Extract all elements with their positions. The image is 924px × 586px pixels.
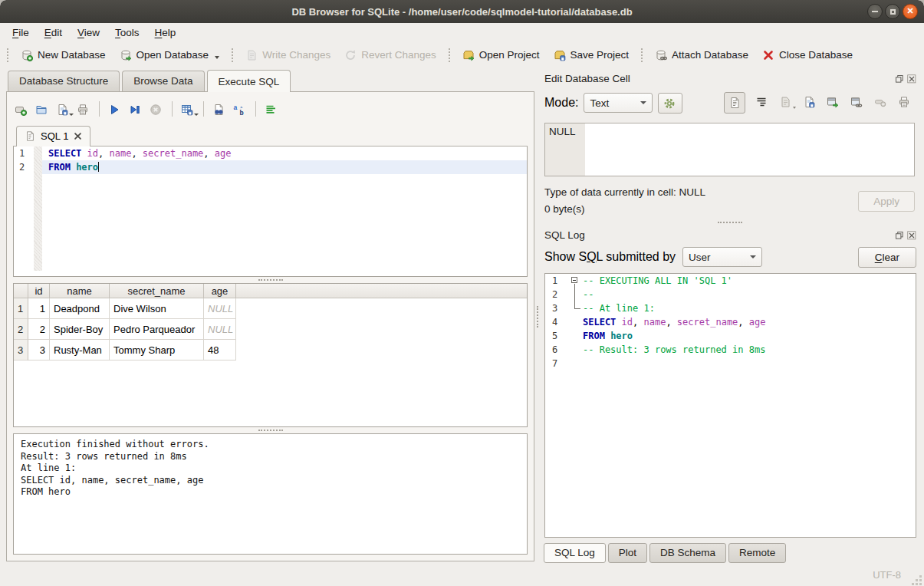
close-database-button[interactable]: Close Database [755, 46, 860, 64]
close-panel-icon[interactable] [906, 74, 916, 84]
editor-line[interactable]: 2FROM hero [14, 160, 527, 174]
open-sql-file-icon[interactable] [35, 102, 49, 116]
cell-editor-content[interactable] [585, 123, 914, 176]
fold-margin [34, 146, 42, 160]
export-data-icon[interactable] [827, 96, 840, 110]
float-panel-icon[interactable] [894, 74, 904, 84]
line-number: 2 [14, 160, 34, 174]
table-cell[interactable]: Dive Wilson [110, 298, 204, 319]
splitter-handle[interactable] [541, 218, 918, 227]
open-link-icon[interactable] [850, 96, 864, 110]
mode-select[interactable]: Text [584, 93, 653, 113]
tab-execute-sql[interactable]: Execute SQL [207, 70, 291, 92]
sql-tab[interactable]: SQL 1 [16, 126, 90, 146]
new-database-button[interactable]: New Database [14, 46, 113, 64]
row-number[interactable]: 1 [14, 298, 28, 319]
window-controls: ✕ [867, 4, 918, 19]
save-as-icon[interactable] [803, 96, 817, 110]
menu-view[interactable]: View [70, 25, 107, 41]
toolbar-separator [172, 101, 173, 117]
table-cell[interactable]: Deadpond [50, 298, 110, 319]
editor-line[interactable]: 1SELECT id, name, secret_name, age [14, 146, 527, 160]
panel-splitter[interactable] [534, 69, 541, 564]
find-icon[interactable] [212, 102, 226, 116]
column-header-id[interactable]: id [28, 284, 50, 298]
table-cell[interactable]: 2 [28, 319, 50, 340]
toolbar-separator [99, 101, 100, 117]
set-null-icon[interactable] [874, 96, 888, 110]
table-cell[interactable]: Spider-Boy [50, 319, 110, 340]
cell-editor[interactable]: NULL [544, 123, 915, 176]
row-number[interactable]: 3 [14, 340, 28, 360]
revert-icon [344, 49, 357, 61]
table-cell[interactable]: NULL [204, 319, 236, 340]
print-sql-icon[interactable] [77, 102, 90, 116]
bottom-tab-plot[interactable]: Plot [608, 543, 647, 563]
minimize-button[interactable] [867, 4, 883, 19]
column-header-secret-name[interactable]: secret_name [110, 284, 204, 298]
splitter-handle[interactable] [13, 277, 528, 283]
sql-log-area[interactable]: 1-- EXECUTING ALL IN 'SQL 1'2--3-- At li… [544, 273, 916, 538]
save-results-icon[interactable] [181, 102, 195, 116]
auto-switch-mode-button[interactable] [658, 93, 682, 114]
bottom-tab-remote[interactable]: Remote [728, 543, 786, 563]
import-file-icon[interactable] [779, 96, 793, 110]
execute-all-icon[interactable] [108, 102, 122, 116]
write-changes-label: Write Changes [262, 49, 330, 61]
fold-marker[interactable] [570, 274, 581, 288]
write-changes-button[interactable]: Write Changes [238, 46, 337, 64]
splitter-handle[interactable] [13, 427, 528, 433]
word-wrap-icon[interactable] [755, 96, 769, 110]
text-document-icon[interactable] [724, 92, 745, 114]
apply-button[interactable]: Apply [858, 191, 915, 212]
close-button[interactable]: ✕ [903, 4, 918, 19]
save-project-button[interactable]: Save Project [547, 46, 636, 64]
table-cell[interactable]: NULL [204, 298, 236, 319]
revert-changes-button[interactable]: Revert Changes [337, 46, 443, 64]
menu-file[interactable]: File [5, 25, 37, 41]
gear-icon [663, 96, 677, 110]
proj-open-icon [462, 49, 475, 61]
submitted-by-select[interactable]: User [682, 247, 762, 267]
tab-database-structure[interactable]: Database Structure [8, 71, 120, 91]
close-tab-icon[interactable] [74, 132, 82, 140]
menu-tools[interactable]: Tools [107, 25, 147, 41]
stop-execution-icon[interactable] [150, 102, 163, 116]
chevron-down-icon [640, 101, 646, 104]
bottom-tab-sql-log[interactable]: SQL Log [544, 543, 606, 563]
clear-button[interactable]: Clear [858, 247, 916, 268]
tab-browse-data[interactable]: Browse Data [122, 71, 204, 91]
dropdown-arrow-icon[interactable] [215, 56, 219, 59]
sqllog-filter-label: Show SQL submitted by [544, 250, 676, 264]
save-sql-file-icon[interactable] [56, 102, 70, 116]
table-cell[interactable]: 3 [28, 340, 50, 360]
toolbar-separator [203, 101, 204, 117]
column-header-age[interactable]: age [204, 284, 236, 298]
close-panel-icon[interactable] [906, 230, 916, 240]
menu-edit[interactable]: Edit [37, 25, 70, 41]
format-sql-icon[interactable] [265, 102, 278, 116]
new-sql-tab-icon[interactable] [15, 102, 28, 116]
resize-grip-icon[interactable] [919, 575, 922, 578]
table-cell[interactable]: 1 [28, 298, 50, 319]
float-panel-icon[interactable] [894, 230, 904, 240]
maximize-button[interactable] [885, 4, 900, 19]
text-cursor [98, 162, 99, 172]
table-cell[interactable]: 48 [204, 340, 236, 360]
table-cell[interactable]: Rusty-Man [50, 340, 110, 360]
sql-editor[interactable]: 1SELECT id, name, secret_name, age2FROM … [13, 146, 528, 277]
log-line-text: -- EXECUTING ALL IN 'SQL 1' [581, 274, 916, 288]
table-cell[interactable]: Pedro Parqueador [110, 319, 204, 340]
open-project-button[interactable]: Open Project [455, 46, 547, 64]
bottom-tab-db-schema[interactable]: DB Schema [649, 543, 726, 563]
column-header-name[interactable]: name [50, 284, 110, 298]
row-number[interactable]: 2 [14, 319, 28, 340]
execute-current-line-icon[interactable] [129, 102, 143, 116]
print-cell-icon[interactable] [898, 96, 912, 110]
menu-help[interactable]: Help [147, 25, 184, 41]
table-cell[interactable]: Tommy Sharp [110, 340, 204, 360]
open-database-button[interactable]: Open Database [113, 46, 227, 64]
attach-database-button[interactable]: Attach Database [648, 46, 755, 64]
log-line: 2-- [545, 288, 916, 301]
find-replace-icon[interactable]: ab [233, 102, 247, 116]
